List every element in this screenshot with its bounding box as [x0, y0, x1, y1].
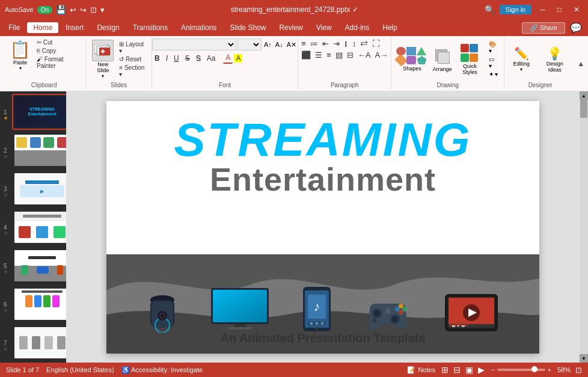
editing-label: Editing: [513, 61, 530, 67]
decrease-indent-button[interactable]: ⇤: [320, 38, 331, 49]
slides-group-content: New Slide ▾ ⊞ Layout ▾ ↺ Reset ≡ Section…: [90, 38, 148, 80]
normal-view-button[interactable]: ⊞: [440, 365, 450, 375]
menu-slideshow[interactable]: Slide Show: [224, 22, 272, 33]
menu-design[interactable]: Design: [91, 22, 125, 33]
menu-help[interactable]: Help: [376, 22, 403, 33]
thumb4-box2: [36, 226, 48, 238]
columns-button[interactable]: ⫿: [342, 38, 350, 49]
ltr-button[interactable]: A→: [373, 50, 390, 60]
zoom-level[interactable]: 58%: [554, 366, 571, 373]
cut-button[interactable]: ✂ Cut: [35, 38, 82, 46]
menu-file[interactable]: File: [2, 22, 26, 33]
copy-button[interactable]: ⎘ Copy: [35, 47, 82, 55]
font-size-select[interactable]: [237, 38, 262, 51]
zoom-in-button[interactable]: +: [548, 366, 551, 373]
slide-info: Slide 1 of 7: [6, 366, 39, 373]
align-left-button[interactable]: ⬛: [299, 50, 313, 60]
collapse-icon[interactable]: ▲: [577, 60, 584, 68]
zoom-out-button[interactable]: −: [491, 366, 494, 373]
italic-button[interactable]: I: [164, 54, 170, 63]
highlight-button[interactable]: A: [234, 54, 242, 63]
shape-fill-button[interactable]: 🎨 ▾: [487, 40, 501, 55]
share-button[interactable]: 🔗 Share: [522, 22, 565, 34]
convert-smartart-button[interactable]: ⛶: [370, 38, 382, 49]
design-ideas-button[interactable]: 💡 Design Ideas: [537, 45, 572, 74]
slide-thumb-3[interactable]: 3 ☆ ▶: [12, 171, 66, 207]
align-middle-button[interactable]: ⊟: [345, 50, 355, 60]
fit-to-window-button[interactable]: ⊡: [575, 366, 582, 375]
change-case-button[interactable]: Aa: [204, 54, 218, 63]
menu-animations[interactable]: Animations: [175, 22, 222, 33]
format-painter-button[interactable]: 🖌 Format Painter: [35, 55, 82, 70]
clear-format-icon[interactable]: A✕: [286, 40, 298, 49]
minimize-button[interactable]: ─: [536, 5, 549, 14]
notes-button[interactable]: 📝 Notes: [407, 366, 435, 374]
rtl-button[interactable]: ←A: [356, 50, 373, 60]
comments-icon[interactable]: 💬: [566, 22, 586, 34]
slide-canvas[interactable]: STREAMING Entertainment: [106, 101, 539, 354]
menu-transitions[interactable]: Transitions: [127, 22, 174, 33]
bold-button[interactable]: B: [152, 54, 162, 63]
save-icon[interactable]: 💾: [56, 5, 66, 14]
slide-icon-svg: [94, 44, 111, 57]
slideshow-button[interactable]: ▶: [477, 365, 486, 375]
font-color-button[interactable]: A: [223, 53, 233, 64]
slide-thumb-5[interactable]: 5 ☆: [12, 248, 66, 284]
paste-button[interactable]: 📋 Paste ▾: [6, 38, 34, 80]
section-button[interactable]: ≡ Section ▾: [117, 64, 148, 78]
redo-icon[interactable]: ↪: [80, 5, 87, 14]
editing-button[interactable]: ✏️ Editing ▾: [508, 45, 534, 73]
restore-icon[interactable]: ⊡: [90, 5, 97, 14]
close-button[interactable]: ✕: [570, 5, 583, 14]
justify-button[interactable]: ▤: [334, 50, 345, 60]
right-scrollbar[interactable]: ▲ ▼: [580, 91, 588, 363]
layout-button[interactable]: ⊞ Layout ▾: [117, 40, 148, 55]
align-center-button[interactable]: ☰: [313, 50, 324, 60]
line-spacing-button[interactable]: ↕: [351, 38, 358, 49]
maximize-button[interactable]: □: [554, 5, 565, 14]
shape-pentagon: [417, 56, 426, 64]
font-family-select[interactable]: [152, 38, 236, 51]
slide-thumb-4[interactable]: 4 ☆: [12, 209, 66, 245]
menu-home[interactable]: Home: [27, 22, 58, 33]
search-icon[interactable]: 🔍: [485, 5, 495, 14]
font-decrease-icon[interactable]: A↓: [274, 40, 284, 49]
slide-thumb-6[interactable]: 6 ☆: [12, 286, 66, 322]
autosave-toggle[interactable]: On: [37, 6, 52, 14]
shadow-button[interactable]: S: [194, 54, 203, 63]
align-right-button[interactable]: ≡: [325, 50, 333, 60]
customize-icon[interactable]: ▾: [100, 5, 105, 14]
shape-effects-button[interactable]: ✦ ▾: [487, 70, 501, 78]
slide-thumb-7[interactable]: 7 ☆: [12, 325, 66, 361]
quick-styles-button[interactable]: Quick Styles: [456, 43, 485, 76]
scroll-up-button[interactable]: ▲: [580, 91, 588, 100]
ribbon-collapse[interactable]: ▲: [576, 37, 586, 90]
scroll-thumb[interactable]: [580, 100, 587, 118]
shapes-button[interactable]: Shapes: [395, 46, 429, 73]
arrange-button[interactable]: Arrange: [431, 46, 453, 73]
increase-indent-button[interactable]: ⇥: [331, 38, 341, 49]
slide-thumb-1[interactable]: 1 ★ STREAMINGEntertainment: [12, 94, 66, 130]
text-direction-button[interactable]: ⮂: [358, 38, 370, 49]
zoom-slider[interactable]: [497, 369, 545, 371]
thumb4-box1: [19, 226, 31, 238]
menu-insert[interactable]: Insert: [60, 22, 90, 33]
sign-in-button[interactable]: Sign in: [500, 5, 532, 14]
underline-button[interactable]: U: [171, 54, 182, 63]
reading-view-button[interactable]: ▣: [464, 365, 474, 375]
font-increase-icon[interactable]: A↑: [263, 40, 273, 49]
tablet-svg: ⏮ ⏸ ⏭: [444, 293, 499, 333]
undo-icon[interactable]: ↩: [70, 5, 76, 14]
slide-sorter-button[interactable]: ⊟: [452, 365, 462, 375]
strikethrough-button[interactable]: S̶: [183, 54, 192, 63]
menu-addins[interactable]: Add-ins: [339, 22, 376, 33]
bullets-button[interactable]: ≡: [299, 38, 308, 49]
slide-thumb-2[interactable]: 2 ☆: [12, 132, 66, 168]
menu-review[interactable]: Review: [273, 22, 308, 33]
scroll-down-button[interactable]: ▼: [580, 354, 588, 363]
menu-view[interactable]: View: [310, 22, 338, 33]
shape-outline-button[interactable]: ▭ ▾: [487, 55, 501, 70]
reset-button[interactable]: ↺ Reset: [117, 55, 148, 63]
new-slide-button[interactable]: New Slide ▾: [90, 38, 116, 80]
numbering-button[interactable]: ≔: [308, 38, 320, 49]
